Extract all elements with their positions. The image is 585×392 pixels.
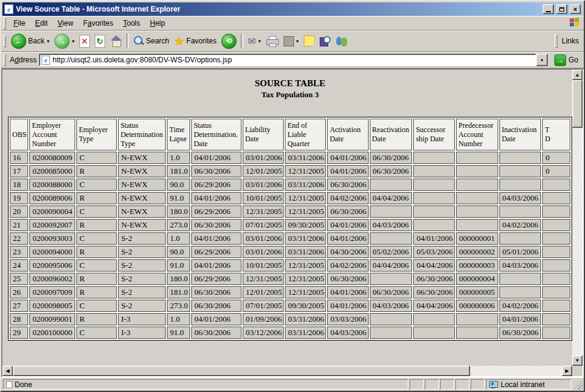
menu-item-file[interactable]: File bbox=[9, 17, 30, 29]
page-favicon-icon: e bbox=[42, 56, 50, 65]
back-dropdown-icon[interactable]: ▾ bbox=[47, 39, 50, 44]
history-button[interactable]: ⟲ bbox=[219, 32, 239, 50]
forward-dropdown-icon[interactable]: ▾ bbox=[72, 39, 75, 44]
research-button[interactable] bbox=[317, 32, 333, 50]
table-cell bbox=[456, 205, 498, 218]
table-cell: S-2 bbox=[118, 286, 166, 298]
horizontal-scrollbar[interactable]: ◀ ▶ bbox=[2, 366, 572, 376]
table-cell: 06/30/2006 bbox=[191, 165, 241, 177]
table-cell: 06/30/2006 bbox=[191, 327, 241, 339]
table-cell: 06/30/2006 bbox=[191, 300, 241, 312]
status-pane bbox=[471, 379, 485, 390]
menu-item-help[interactable]: Help bbox=[145, 17, 170, 29]
table-cell bbox=[370, 205, 413, 218]
table-cell: 06/29/2006 bbox=[191, 246, 241, 258]
column-header: Employer Type bbox=[76, 119, 117, 150]
table-cell bbox=[413, 313, 455, 325]
table-cell: 273.0 bbox=[167, 219, 190, 231]
address-dropdown-button[interactable]: ▾ bbox=[536, 54, 548, 66]
table-cell: 0200099001 bbox=[29, 313, 75, 325]
table-cell bbox=[456, 327, 498, 339]
table-cell: 04/03/2006 bbox=[327, 327, 368, 339]
scrollbar-corner bbox=[572, 366, 583, 376]
address-input[interactable]: e http://uisqt2.uis.doleta.gov:8080/DV-W… bbox=[39, 54, 536, 66]
table-cell: 0200085000 bbox=[29, 165, 75, 177]
menu-grip[interactable] bbox=[3, 17, 6, 29]
table-cell: 04/02/2006 bbox=[499, 219, 542, 231]
address-grip[interactable] bbox=[3, 54, 6, 66]
minimize-icon bbox=[546, 11, 551, 12]
menu-item-view[interactable]: View bbox=[53, 17, 78, 29]
table-cell bbox=[542, 327, 570, 339]
table-row: 230200094000RS-290.006/29/200603/01/2006… bbox=[10, 246, 570, 258]
table-cell bbox=[542, 300, 570, 312]
favorites-label: Favorites bbox=[186, 37, 216, 45]
resize-grip[interactable] bbox=[574, 381, 583, 390]
table-cell: 05/01/2006 bbox=[499, 246, 542, 258]
search-button[interactable]: Search bbox=[131, 32, 172, 50]
menu-item-tools[interactable]: Tools bbox=[118, 17, 145, 29]
table-cell: C bbox=[76, 205, 117, 218]
edit-dropdown-icon[interactable]: ▾ bbox=[296, 39, 299, 44]
table-cell: N-EWX bbox=[118, 205, 166, 218]
page-subtitle: Tax Population 3 bbox=[8, 90, 572, 100]
links-label[interactable]: Links bbox=[560, 37, 584, 45]
edit-button[interactable]: ▾ bbox=[281, 32, 301, 50]
table-cell: 09/30/2005 bbox=[285, 219, 326, 231]
status-pane bbox=[425, 379, 439, 390]
table-cell: 06/29/2006 bbox=[191, 179, 241, 191]
horizontal-scroll-thumb[interactable] bbox=[13, 366, 470, 376]
discuss-button[interactable] bbox=[301, 32, 317, 50]
table-cell: 06/30/2006 bbox=[327, 273, 368, 285]
go-button[interactable]: → Go bbox=[553, 54, 580, 67]
obs-cell: 23 bbox=[10, 246, 28, 258]
table-cell bbox=[370, 313, 413, 325]
back-button[interactable]: ← Back ▾ bbox=[9, 32, 52, 50]
table-cell: 04/01/2006 bbox=[499, 313, 542, 325]
table-cell: 03/31/2006 bbox=[285, 246, 326, 258]
window-title: View Source Table - Microsoft Internet E… bbox=[16, 5, 540, 13]
home-button[interactable] bbox=[108, 32, 125, 50]
table-cell: 04/01/2006 bbox=[413, 232, 455, 245]
table-cell: R bbox=[76, 246, 117, 258]
table-cell bbox=[542, 246, 570, 258]
table-cell bbox=[542, 192, 570, 204]
refresh-button[interactable]: ↻ bbox=[92, 32, 108, 50]
stop-button[interactable]: ✕ bbox=[77, 32, 92, 50]
mail-dropdown-icon[interactable]: ▾ bbox=[259, 39, 261, 44]
vertical-scrollbar[interactable]: ▲ ▼ bbox=[572, 70, 583, 366]
table-cell: 04/30/2006 bbox=[327, 246, 368, 258]
forward-button[interactable]: → ▾ bbox=[52, 32, 77, 50]
table-cell: 04/02/2006 bbox=[499, 300, 542, 312]
table-cell: 03/12/2006 bbox=[243, 327, 284, 339]
maximize-button[interactable] bbox=[556, 4, 567, 14]
scroll-up-button[interactable]: ▲ bbox=[572, 70, 583, 80]
content-area: SOURCE TABLE Tax Population 3 OBSEmploye… bbox=[1, 68, 584, 377]
status-pane bbox=[410, 379, 424, 390]
table-cell: 10/01/2005 bbox=[243, 192, 284, 204]
links-grip[interactable] bbox=[554, 34, 557, 48]
title-bar[interactable]: e View Source Table - Microsoft Internet… bbox=[2, 2, 583, 16]
table-cell bbox=[542, 273, 570, 285]
history-icon: ⟲ bbox=[221, 34, 237, 49]
vertical-scroll-thumb[interactable] bbox=[572, 80, 583, 128]
table-cell: 04/01/2006 bbox=[191, 259, 241, 272]
minimize-button[interactable] bbox=[543, 4, 554, 14]
table-cell: 0200096002 bbox=[29, 273, 75, 285]
table-cell: 06/30/2006 bbox=[191, 286, 241, 298]
close-button[interactable]: × bbox=[570, 4, 581, 14]
messenger-button[interactable] bbox=[333, 32, 350, 50]
menu-item-edit[interactable]: Edit bbox=[30, 17, 53, 29]
mail-button[interactable]: ✉ ▾ bbox=[245, 32, 263, 50]
menu-item-favorites[interactable]: Favorites bbox=[78, 17, 118, 29]
scroll-down-button[interactable]: ▼ bbox=[572, 355, 583, 366]
table-cell: 01/09/2006 bbox=[243, 313, 284, 325]
scroll-right-button[interactable]: ▶ bbox=[562, 366, 572, 376]
toolbar-grip[interactable] bbox=[3, 35, 6, 47]
table-cell: 181.0 bbox=[167, 286, 190, 298]
favorites-button[interactable]: ★ Favorites bbox=[172, 32, 219, 50]
print-button[interactable] bbox=[263, 32, 281, 50]
table-cell: 04/02/2006 bbox=[327, 259, 368, 272]
scroll-left-button[interactable]: ◀ bbox=[2, 366, 13, 376]
table-cell: 12/31/2005 bbox=[285, 165, 326, 177]
